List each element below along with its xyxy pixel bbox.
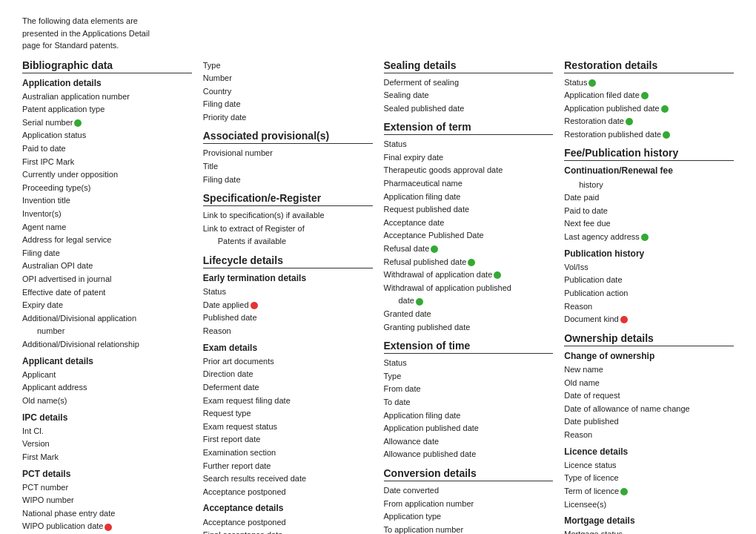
list-item: Currently under opposition (22, 168, 192, 182)
list-item: Additional/Divisional application (22, 312, 192, 326)
list-item: Pharmaceutical name (384, 177, 554, 191)
list-item: Application filing date (384, 409, 554, 423)
list-item: Application details (22, 76, 192, 90)
section-heading: Specification/e-Register (203, 192, 373, 206)
list-item: Date applied (203, 299, 373, 312)
list-item: First Mark (22, 451, 192, 464)
list-item: Paid to date (564, 205, 734, 218)
list-item: Version (22, 438, 192, 451)
green-dot-icon (588, 79, 596, 87)
section-heading: Fee/Publication history (564, 147, 734, 161)
list-item: Old name(s) (22, 395, 192, 408)
list-item: Inventor(s) (22, 208, 192, 221)
list-item: Link to extract of Register of (203, 222, 373, 236)
page-container: The following data elements are presente… (22, 15, 734, 534)
green-dot-icon (663, 131, 670, 139)
list-item: Reason (564, 429, 734, 442)
list-item: Licence status (564, 459, 734, 472)
list-item: Invention title (22, 194, 192, 208)
list-item: Acceptance details (203, 501, 373, 515)
list-item: Title (203, 160, 373, 174)
column-1: Bibliographic data Application detailsAu… (22, 59, 203, 535)
list-item: From application number (384, 498, 554, 511)
section-heading: Sealing details (384, 59, 554, 73)
list-item: Allowance date (384, 435, 554, 449)
list-item: Country (203, 85, 373, 99)
list-item: Refusal published date (384, 256, 554, 269)
intro-line2: presented in the Applications Detail (22, 29, 150, 38)
list-item: Filing date (22, 247, 192, 260)
list-item: Effective date of patent (22, 286, 192, 300)
list-item: Published date (203, 312, 373, 325)
list-item: Allowance published date (384, 448, 554, 461)
list-item: Patent application type (22, 103, 192, 116)
col4-items: Restoration detailsStatusApplication fil… (564, 59, 734, 535)
list-item: First IPC Mark (22, 156, 192, 169)
list-item: Last agency address (564, 231, 734, 244)
list-item: IPC details (22, 411, 192, 425)
list-item: To date (384, 396, 554, 409)
list-item: Deferment date (203, 381, 373, 395)
list-item: Withdrawal of application date (384, 268, 554, 282)
list-item: Application filed date (564, 89, 734, 102)
list-item: New name (564, 363, 734, 377)
list-item: Type of licence (564, 472, 734, 485)
list-item: Sealing date (384, 89, 554, 102)
column-4: Restoration detailsStatusApplication fil… (564, 59, 734, 535)
list-item: To application number (384, 524, 554, 534)
intro-line1: The following data elements are (22, 16, 138, 25)
list-item: Final expiry date (384, 151, 554, 165)
green-dot-icon (641, 234, 649, 241)
list-item: Granted date (384, 308, 554, 321)
list-item: Deferment of sealing (384, 76, 554, 90)
list-item: Status (384, 138, 554, 151)
list-item: Exam request status (203, 421, 373, 434)
list-item: Acceptance postponed (203, 516, 373, 530)
red-dot-icon (105, 524, 112, 531)
list-item: Restoration date (564, 115, 734, 128)
list-item: WIPO publication date (22, 520, 192, 533)
list-item: Further report date (203, 460, 373, 473)
green-dot-icon (494, 271, 501, 279)
section-heading: Extension of term (384, 121, 554, 135)
list-item: Status (564, 76, 734, 90)
list-item: Date of allowance of name change (564, 403, 734, 416)
list-item: Type (384, 370, 554, 383)
list-item: Agent name (22, 221, 192, 234)
list-item: Status (384, 357, 554, 370)
list-item: Publication action (564, 287, 734, 300)
list-item: Term of licence (564, 485, 734, 498)
list-item: PCT number (22, 481, 192, 495)
green-dot-icon (74, 119, 82, 127)
section-heading: Associated provisional(s) (203, 130, 373, 144)
list-item: Publication date (564, 274, 734, 287)
list-item: Therapeutic goods approval date (384, 164, 554, 177)
list-item: Examination section (203, 446, 373, 460)
list-item: Application published date (384, 422, 554, 435)
list-item: Exam request filing date (203, 395, 373, 408)
green-dot-icon (661, 105, 669, 113)
list-item: Old name (564, 377, 734, 390)
list-item: Applicant (22, 369, 192, 382)
col3-items: Sealing detailsDeferment of sealingSeali… (384, 59, 554, 535)
list-item: OPI advertised in journal (22, 273, 192, 286)
list-item: Mortgage status (564, 528, 734, 534)
list-item: Status (203, 286, 373, 299)
list-item: Provisional number (203, 147, 373, 160)
col1-items: Application detailsAustralian applicatio… (22, 76, 192, 535)
list-item: PCT details (22, 467, 192, 481)
list-item: Acceptance date (384, 217, 554, 230)
red-dot-icon (251, 302, 258, 309)
list-item: Date of request (564, 389, 734, 403)
list-item: Early termination details (203, 271, 373, 286)
bibliographic-heading: Bibliographic data (22, 59, 192, 73)
green-dot-icon (620, 488, 628, 495)
list-item: National phase entry date (22, 507, 192, 521)
list-item: Refusal date (384, 243, 554, 256)
list-item: Priority date (203, 111, 373, 125)
list-item: Continuation/Renewal fee (564, 164, 734, 178)
list-item: Request published date (384, 203, 554, 217)
list-item: Change of ownership (564, 349, 734, 363)
list-item: Licensee(s) (564, 498, 734, 512)
list-item: Reason (564, 300, 734, 314)
